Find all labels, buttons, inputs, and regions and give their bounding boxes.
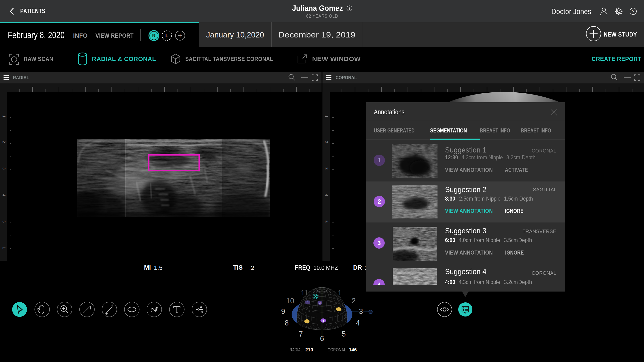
- svg-text:5: 5: [342, 330, 346, 338]
- svg-text:1: 1: [338, 289, 342, 297]
- svg-text:6: 6: [320, 334, 324, 343]
- svg-text:7: 7: [299, 330, 303, 338]
- svg-text:3: 3: [359, 307, 363, 316]
- svg-text:11: 11: [301, 289, 308, 297]
- svg-text:8: 8: [284, 319, 288, 327]
- svg-text:10: 10: [286, 297, 294, 305]
- svg-text:4: 4: [307, 301, 308, 304]
- svg-text:4: 4: [322, 319, 324, 322]
- svg-text:9: 9: [281, 307, 285, 316]
- svg-text:2: 2: [352, 297, 356, 305]
- svg-text:4: 4: [356, 319, 360, 327]
- svg-text:3: 3: [319, 301, 321, 304]
